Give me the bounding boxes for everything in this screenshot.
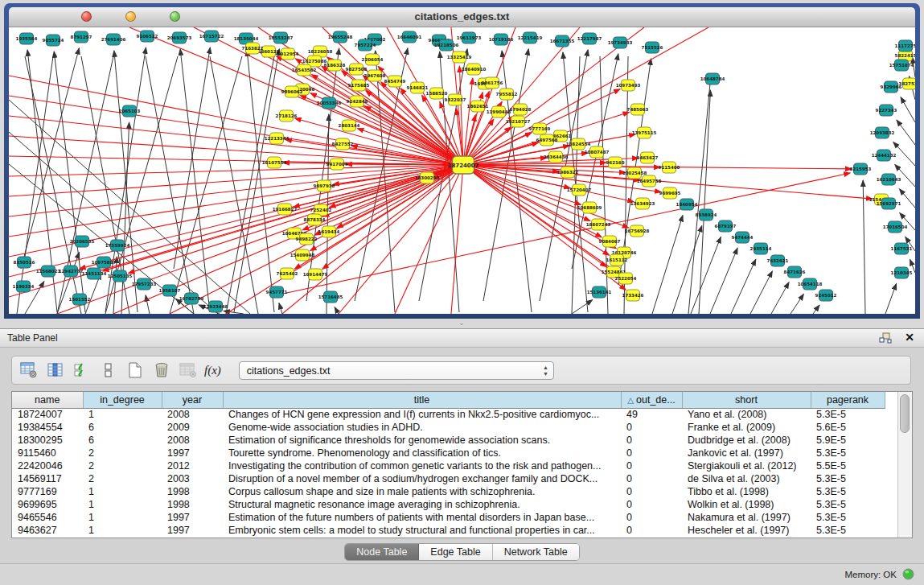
table-cell[interactable]: 5.5E-5 bbox=[811, 459, 885, 472]
citation-network-graph[interactable]: 1935564905572487912972769140691065222069… bbox=[9, 27, 915, 314]
table-cell[interactable]: Wolkin et al. (1998) bbox=[682, 498, 811, 511]
table-cell[interactable]: Tibbo et al. (1998) bbox=[682, 485, 811, 498]
table-cell[interactable]: Corpus callosum shape and size in male p… bbox=[223, 485, 621, 498]
table-cell[interactable]: Nakamura et al. (1997) bbox=[682, 511, 811, 524]
table-cell[interactable]: 0 bbox=[621, 524, 682, 537]
column-header-pagerank[interactable]: pagerank bbox=[811, 392, 885, 408]
table-cell[interactable]: Genome-wide association studies in ADHD. bbox=[223, 421, 621, 434]
memory-ok-indicator-icon[interactable] bbox=[902, 568, 914, 583]
table-cell[interactable]: 2008 bbox=[162, 434, 223, 447]
create-column-icon[interactable] bbox=[125, 360, 146, 380]
table-row[interactable]: 911546021997Tourette syndrome. Phenomeno… bbox=[12, 447, 885, 459]
table-cell[interactable]: 5.3E-5 bbox=[811, 511, 885, 524]
table-cell[interactable]: 5.3E-5 bbox=[811, 447, 885, 459]
table-row[interactable]: 969969511998Structural magnetic resonanc… bbox=[12, 498, 885, 511]
table-cell[interactable]: Tourette syndrome. Phenomenology and cla… bbox=[223, 447, 621, 459]
table-cell[interactable]: 0 bbox=[621, 511, 682, 524]
close-panel-icon[interactable]: ✕ bbox=[905, 331, 914, 344]
table-cell[interactable]: 0 bbox=[621, 485, 682, 498]
table-cell[interactable]: Hescheler et al. (1997) bbox=[682, 524, 811, 537]
table-cell[interactable]: 5.3E-5 bbox=[811, 408, 885, 421]
table-cell[interactable]: 1 bbox=[83, 511, 162, 524]
table-cell[interactable]: Yano et al. (2008) bbox=[682, 408, 811, 421]
table-cell[interactable]: de Silva et al. (2003) bbox=[682, 472, 811, 485]
table-cell[interactable]: Embryonic stem cells: a model to study s… bbox=[223, 524, 621, 537]
table-cell[interactable]: 2003 bbox=[162, 472, 223, 485]
table-cell[interactable]: 0 bbox=[621, 459, 682, 472]
column-header-title[interactable]: title bbox=[223, 392, 621, 408]
table-row[interactable]: 1938455462009Genome-wide association stu… bbox=[12, 421, 885, 434]
table-cell[interactable]: Dudbridge et al. (2008) bbox=[682, 434, 811, 447]
delete-column-icon[interactable] bbox=[151, 360, 172, 380]
table-cell[interactable]: 1998 bbox=[162, 485, 223, 498]
table-cell[interactable]: 18300295 bbox=[12, 434, 83, 447]
table-cell[interactable]: 0 bbox=[621, 447, 682, 459]
table-cell[interactable]: 5.3E-5 bbox=[811, 485, 885, 498]
table-options-icon[interactable] bbox=[18, 360, 39, 380]
column-header-name[interactable]: name bbox=[12, 392, 83, 408]
table-cell[interactable]: Estimation of the future numbers of pati… bbox=[223, 511, 621, 524]
table-cell[interactable]: 1997 bbox=[162, 447, 223, 459]
table-cell[interactable]: 1 bbox=[83, 498, 162, 511]
table-cell[interactable]: Jankovic et al. (1997) bbox=[682, 447, 811, 459]
table-cell[interactable]: Changes of HCN gene expression and I(f) … bbox=[223, 408, 621, 421]
network-window-titlebar[interactable]: citations_edges.txt bbox=[9, 7, 915, 27]
table-cell[interactable]: 22420046 bbox=[12, 459, 83, 472]
table-cell[interactable]: 14569117 bbox=[12, 472, 83, 485]
table-cell[interactable]: 2008 bbox=[162, 408, 223, 421]
table-cell[interactable]: 5.6E-5 bbox=[811, 421, 885, 434]
table-cell[interactable]: 1 bbox=[83, 485, 162, 498]
node-table-grid[interactable]: namein_degreeyeartitle△out_de...shortpag… bbox=[12, 392, 885, 537]
table-cell[interactable]: Structural magnetic resonance image aver… bbox=[223, 498, 621, 511]
table-cell[interactable]: 5.9E-5 bbox=[811, 434, 885, 447]
tab-node-table[interactable]: Node Table bbox=[345, 544, 419, 560]
table-scrollbar-thumb[interactable] bbox=[900, 394, 910, 433]
table-cell[interactable]: 1997 bbox=[162, 511, 223, 524]
table-row[interactable]: 2242004622012Investigating the contribut… bbox=[12, 459, 885, 472]
float-panel-icon[interactable] bbox=[879, 332, 892, 344]
table-cell[interactable]: 18724007 bbox=[12, 408, 83, 421]
table-cell[interactable]: 9465546 bbox=[12, 511, 83, 524]
network-canvas[interactable]: 1935564905572487912972769140691065222069… bbox=[9, 27, 915, 314]
table-cell[interactable]: Stergiakouli et al. (2012) bbox=[682, 459, 811, 472]
tab-edge-table[interactable]: Edge Table bbox=[419, 544, 492, 560]
panel-resize-grip[interactable]: ⌄ bbox=[455, 319, 468, 327]
network-table-select[interactable]: citations_edges.txt ▲▼ bbox=[239, 361, 554, 380]
table-row[interactable]: 977716911998Corpus callosum shape and si… bbox=[12, 485, 885, 498]
table-cell[interactable]: 19384554 bbox=[12, 421, 83, 434]
column-header-in_degree[interactable]: in_degree bbox=[83, 392, 162, 408]
tab-network-table[interactable]: Network Table bbox=[493, 544, 579, 560]
table-row[interactable]: 1830029562008Estimation of significance … bbox=[12, 434, 885, 447]
column-header-year[interactable]: year bbox=[162, 392, 223, 408]
table-cell[interactable]: 9115460 bbox=[12, 447, 83, 459]
table-cell[interactable]: 5.3E-5 bbox=[811, 498, 885, 511]
table-cell[interactable]: 5.3E-5 bbox=[811, 472, 885, 485]
table-cell[interactable]: 9699695 bbox=[12, 498, 83, 511]
table-cell[interactable]: 0 bbox=[621, 472, 682, 485]
table-cell[interactable]: 1998 bbox=[162, 498, 223, 511]
table-cell[interactable]: 0 bbox=[621, 434, 682, 447]
function-builder-icon[interactable]: f(x) bbox=[204, 364, 221, 377]
table-cell[interactable]: 2 bbox=[83, 472, 162, 485]
table-cell[interactable]: 49 bbox=[621, 408, 682, 421]
table-cell[interactable]: 1997 bbox=[162, 524, 223, 537]
table-cell[interactable]: 2 bbox=[83, 447, 162, 459]
column-header-short[interactable]: short bbox=[682, 392, 811, 408]
table-cell[interactable]: 1 bbox=[83, 408, 162, 421]
table-row[interactable]: 946362711997Embryonic stem cells: a mode… bbox=[12, 524, 885, 537]
table-cell[interactable]: 2009 bbox=[162, 421, 223, 434]
table-cell[interactable]: 0 bbox=[621, 498, 682, 511]
table-cell[interactable]: 2012 bbox=[162, 459, 223, 472]
table-cell[interactable]: 2 bbox=[83, 459, 162, 472]
table-cell[interactable]: 1 bbox=[83, 524, 162, 537]
table-cell[interactable]: 9463627 bbox=[12, 524, 83, 537]
column-visibility-icon[interactable] bbox=[45, 360, 66, 380]
table-cell[interactable]: Disruption of a novel member of a sodium… bbox=[223, 472, 621, 485]
export-table-icon[interactable] bbox=[98, 360, 119, 380]
table-cell[interactable]: Franke et al. (2009) bbox=[682, 421, 811, 434]
table-cell[interactable]: Investigating the contribution of common… bbox=[223, 459, 621, 472]
table-cell[interactable]: 9777169 bbox=[12, 485, 83, 498]
row-selection-mode-icon[interactable] bbox=[72, 360, 92, 380]
table-cell[interactable]: 6 bbox=[83, 421, 162, 434]
column-header-out_de[interactable]: △out_de... bbox=[621, 392, 682, 408]
